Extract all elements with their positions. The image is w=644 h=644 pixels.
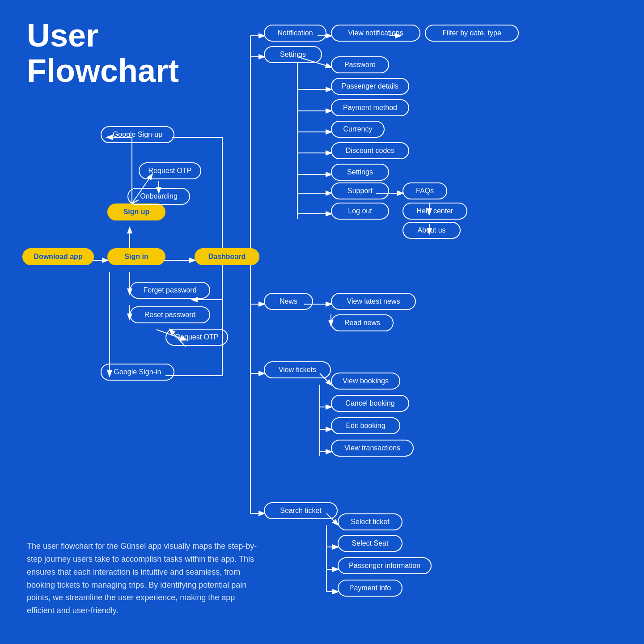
settings-node: Settings [264, 46, 322, 63]
news-node: News [264, 293, 313, 310]
dashboard-node: Dashboard [195, 248, 259, 265]
request-otp-1-node: Request OTP [139, 162, 201, 179]
page-title: User Flowchart [27, 18, 179, 89]
reset-password-node: Reset password [130, 306, 210, 323]
log-out-node: Log out [331, 203, 389, 220]
payment-info-node: Payment info [338, 580, 402, 597]
cancel-booking-node: Cancel booking [331, 395, 409, 412]
google-signin-node: Google Sign-in [101, 364, 174, 381]
search-ticket-node: Search ticket [264, 502, 338, 519]
read-news-node: Read news [331, 314, 394, 331]
currency-node: Currency [331, 121, 385, 138]
select-ticket-node: Select ticket [338, 513, 402, 530]
google-signup-node: Google Sign-up [101, 126, 174, 143]
passenger-details-node: Passenger details [331, 78, 409, 95]
view-tickets-node: View tickets [264, 361, 331, 378]
view-notifications-node: View notifications [331, 25, 420, 42]
download-app-node: Download app [22, 248, 94, 265]
view-bookings-node: View bookings [331, 373, 400, 390]
support-node: Support [331, 182, 389, 199]
request-otp-2-node: Request OTP [165, 329, 228, 346]
forget-password-node: Forget password [130, 282, 210, 299]
notification-node: Notification [264, 25, 326, 42]
description-text: The user flowchart for the Günsel app vi… [27, 540, 259, 617]
help-center-node: Help center [402, 203, 467, 220]
filter-by-date-node: Filter by date, type [425, 25, 519, 42]
view-latest-news-node: View latest news [331, 293, 416, 310]
sign-up-node: Sign up [107, 203, 165, 220]
onboarding-node: Onboarding [127, 188, 190, 205]
view-transactions-node: View transactions [331, 440, 414, 457]
passenger-information-node: Passenger information [338, 557, 432, 574]
settings-sub-node: Settings [331, 164, 389, 181]
faqs-node: FAQs [402, 182, 447, 199]
edit-booking-node: Edit booking [331, 417, 400, 434]
about-us-node: About us [402, 222, 461, 239]
select-seat-node: Select Seat [338, 535, 402, 552]
payment-method-node: Payment method [331, 99, 409, 116]
discount-codes-node: Discount codes [331, 142, 409, 159]
sign-in-node: Sign in [107, 248, 165, 265]
password-node: Password [331, 56, 389, 73]
